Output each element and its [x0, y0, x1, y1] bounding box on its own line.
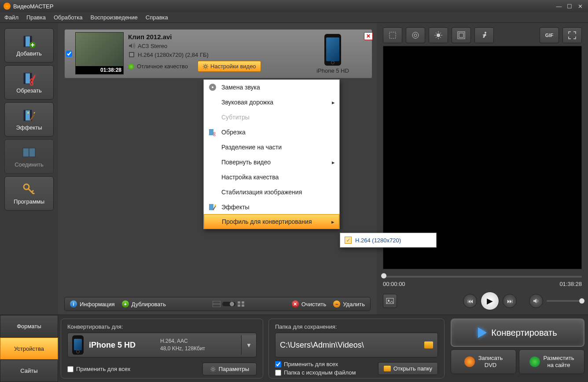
context-submenu[interactable]: ✓ H.264 (1280x720)	[340, 233, 437, 248]
svg-point-23	[213, 134, 215, 136]
svg-point-48	[485, 32, 486, 33]
folder-icon[interactable]	[424, 341, 433, 349]
menu-help[interactable]: Справка	[146, 14, 168, 21]
film-icon	[128, 51, 135, 58]
svg-line-43	[440, 37, 441, 38]
tab-formats[interactable]: Форматы	[0, 315, 58, 337]
prev-button[interactable]: ⏮	[463, 294, 477, 308]
delete-button[interactable]: –Удалить	[333, 300, 365, 308]
quality-indicator-icon	[128, 63, 134, 70]
convert-button[interactable]: Конвертировать	[451, 319, 584, 347]
gear-icon	[202, 63, 209, 70]
sidebar: Добавить Обрезать Эффекты Соединить Прог…	[0, 23, 58, 315]
apply-all-folder-checkbox[interactable]: Применить для всех	[275, 361, 356, 367]
submenu-profile-label: H.264 (1280x720)	[355, 237, 401, 244]
format-tabs: Форматы Устройства Сайты	[0, 315, 58, 382]
key-icon	[22, 182, 36, 197]
running-icon	[480, 31, 489, 40]
ctx-effects[interactable]: Эффекты	[204, 200, 339, 215]
sidebar-label: Добавить	[16, 50, 41, 57]
duplicate-button[interactable]: +Дублировать	[122, 300, 166, 308]
menu-file[interactable]: Файл	[4, 14, 18, 21]
clip-duration: 01:38:28	[76, 66, 123, 74]
clip-checkbox[interactable]	[66, 51, 72, 57]
profile-dropdown-button[interactable]: ▼	[241, 335, 256, 355]
source-folder-checkbox[interactable]: Папка с исходным файлом	[275, 369, 356, 376]
time-position: 00:00:00	[383, 281, 405, 287]
video-settings-button[interactable]: Настройки видео	[198, 61, 261, 72]
publish-web-button[interactable]: Разместить на сайте	[519, 349, 584, 374]
clip-remove-button[interactable]: ✕	[364, 32, 373, 40]
fullscreen-button[interactable]	[562, 27, 582, 43]
svg-point-22	[213, 132, 215, 134]
time-total: 01:38:28	[559, 281, 582, 287]
sidebar-merge-button[interactable]: Соединить	[4, 139, 54, 174]
output-path-box[interactable]: C:\Users\Admin\Videos\	[275, 333, 438, 357]
ctx-stabilize[interactable]: Стабилизация изображения	[204, 185, 339, 200]
clip-device: iPhone 5 HD	[304, 30, 361, 78]
open-folder-button[interactable]: Открыть папку	[378, 362, 438, 375]
device-label: iPhone 5 HD	[316, 67, 349, 74]
speed-tool-button[interactable]	[474, 27, 494, 43]
gif-tool-button[interactable]: GIF	[540, 27, 559, 43]
ctx-quality[interactable]: Настройка качества	[204, 170, 339, 185]
apply-all-convert-checkbox[interactable]: Применить для всех	[67, 366, 130, 372]
ctx-conversion-profile[interactable]: Профиль для конвертирования	[204, 214, 339, 229]
menu-edit[interactable]: Правка	[26, 14, 46, 21]
clip-card[interactable]: 01:38:28 Клип 2012.avi AC3 Stereo H.264 …	[64, 29, 372, 78]
svg-rect-1	[24, 36, 26, 47]
menu-playback[interactable]: Воспроизведение	[90, 14, 137, 21]
volume-slider[interactable]	[547, 300, 582, 302]
sidebar-effects-button[interactable]: Эффекты	[4, 102, 54, 137]
profile-name: iPhone 5 HD	[89, 341, 155, 350]
svg-point-20	[212, 86, 213, 88]
phone-icon	[324, 34, 341, 66]
crop-tool-button[interactable]	[383, 27, 402, 43]
sidebar-add-button[interactable]: Добавить	[4, 28, 54, 63]
tab-sites[interactable]: Сайты	[0, 360, 58, 382]
minimize-button[interactable]: —	[555, 3, 563, 9]
burn-dvd-button[interactable]: Записать DVD	[451, 349, 516, 374]
maximize-button[interactable]: ☐	[565, 3, 574, 9]
ctx-trim[interactable]: Обрезка	[204, 125, 339, 140]
sidebar-cut-button[interactable]: Обрезать	[4, 65, 54, 100]
svg-point-51	[212, 368, 214, 370]
context-menu: Замена звука Звуковая дорожка Субтитры О…	[203, 79, 340, 229]
sidebar-label: Эффекты	[16, 124, 42, 131]
snapshot-button[interactable]	[383, 294, 397, 308]
ctx-replace-audio[interactable]: Замена звука	[204, 80, 339, 95]
text-tool-button[interactable]	[452, 27, 471, 43]
fullscreen-icon	[568, 31, 577, 40]
svg-rect-13	[23, 148, 29, 157]
svg-rect-24	[209, 204, 213, 210]
ctx-subtitles: Субтитры	[204, 110, 339, 125]
view-toggle[interactable]	[213, 301, 245, 307]
clip-thumbnail: 01:38:28	[75, 32, 124, 74]
info-button[interactable]: iИнформация	[70, 300, 115, 308]
clip-audio: AC3 Stereo	[138, 43, 167, 49]
frame-icon	[457, 31, 466, 40]
menu-process[interactable]: Обработка	[54, 14, 83, 21]
sidebar-programs-button[interactable]: Программы	[4, 176, 54, 211]
close-button[interactable]: ✕	[576, 3, 584, 9]
disc-icon	[209, 83, 217, 91]
phone-icon	[72, 335, 84, 355]
folder-panel-title: Папка для сохранения:	[275, 323, 438, 330]
brightness-tool-button[interactable]	[429, 27, 448, 43]
ctx-split[interactable]: Разделение на части	[204, 140, 339, 155]
svg-line-42	[436, 33, 437, 33]
profile-selector[interactable]: iPhone 5 HD H.264, AAC 48,0 KHz, 128Кбит…	[67, 333, 257, 357]
toggle-icon	[222, 301, 235, 307]
picture-icon	[386, 297, 394, 305]
parameters-button[interactable]: Параметры	[202, 363, 257, 375]
next-button[interactable]: ⏭	[503, 294, 517, 308]
convert-arrow-icon	[478, 327, 487, 338]
enhance-tool-button[interactable]	[406, 27, 425, 43]
play-button[interactable]: ▶	[481, 292, 499, 310]
mute-button[interactable]	[529, 294, 543, 308]
tab-devices[interactable]: Устройства	[0, 337, 58, 360]
seek-slider[interactable]	[383, 273, 582, 279]
clear-button[interactable]: ✕Очистить	[292, 300, 327, 308]
ctx-audio-track[interactable]: Звуковая дорожка	[204, 95, 339, 110]
ctx-rotate[interactable]: Повернуть видео	[204, 155, 339, 170]
